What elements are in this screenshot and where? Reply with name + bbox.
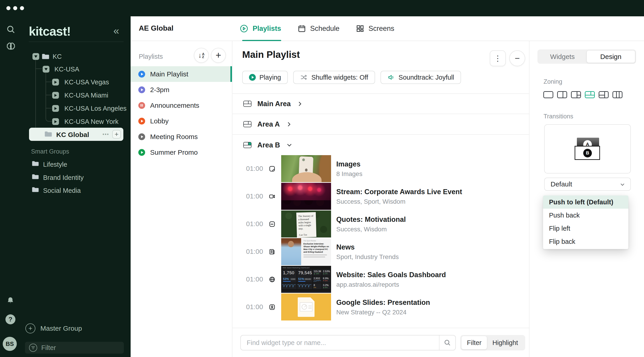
search-icon[interactable] xyxy=(6,24,16,34)
window-dot[interactable] xyxy=(20,6,24,10)
bell-icon[interactable] xyxy=(6,296,15,305)
playlist-item[interactable]: Summer Promo xyxy=(130,144,232,160)
widget-row-stream[interactable]: 01:00 Stream: Corporate Awards Live Even… xyxy=(232,183,530,210)
tab-screens[interactable]: Screens xyxy=(356,24,394,33)
tab-widgets[interactable]: Widgets xyxy=(538,50,587,63)
dropdown-option-push-to-left[interactable]: Push to left (Default) xyxy=(543,196,628,209)
zoning-option-right-split[interactable] xyxy=(571,91,581,98)
zoning-option-full[interactable] xyxy=(543,91,553,98)
chevron-right-icon[interactable] xyxy=(296,100,304,107)
playlist-item[interactable]: 2-3pm xyxy=(130,82,232,98)
window-controls[interactable] xyxy=(6,6,27,11)
duration-value: 01:00 xyxy=(246,303,263,311)
widget-thumbnail[interactable]: The Journey of a thousand miles begins w… xyxy=(281,210,331,238)
widget-subtitle: Sport, Industry Trends xyxy=(336,253,399,260)
content-topbar: AE Global Playlists Schedule Screens xyxy=(130,16,644,41)
page-title: AE Global xyxy=(139,24,174,32)
widget-subtitle: app.astralos.ai/reports xyxy=(336,281,446,288)
quote-author: -Lao Tzu xyxy=(299,233,314,236)
zoning-option-top-split-selected[interactable] xyxy=(585,91,595,98)
widget-title: News xyxy=(336,243,399,251)
chevron-down-icon[interactable] xyxy=(286,142,293,148)
dropdown-option-flip-left[interactable]: Flip left xyxy=(543,222,628,235)
widget-row-website[interactable]: 01:00 Web based Marketing Dashboard 1,75… xyxy=(232,266,530,293)
widget-thumbnail[interactable] xyxy=(281,294,331,320)
chevron-right-icon[interactable] xyxy=(286,121,292,128)
dropdown-option-flip-back[interactable]: Flip back xyxy=(543,235,628,248)
brain-icon[interactable] xyxy=(6,41,16,52)
playlist-item[interactable]: Main Playlist xyxy=(130,66,232,82)
window-dot[interactable] xyxy=(6,6,10,10)
widget-thumbnail[interactable] xyxy=(281,183,331,210)
playlist-item[interactable]: Lobby xyxy=(130,113,232,129)
playing-status-button[interactable]: Playing xyxy=(242,71,288,84)
soundtrack-button[interactable]: Soundtrack: Joyfull xyxy=(380,71,461,84)
shuffle-widgets-button[interactable]: Shuffle widgets: Off xyxy=(293,71,375,84)
collapse-sidebar-icon[interactable]: « xyxy=(114,26,119,36)
playlists-play-icon xyxy=(240,24,248,33)
play-badge-icon xyxy=(52,105,59,112)
widget-subtitle: 8 Images xyxy=(336,170,362,177)
duration-value: 01:00 xyxy=(246,192,263,200)
dropdown-option-push-back[interactable]: Push back xyxy=(543,209,628,222)
add-playlist-button[interactable]: + xyxy=(211,48,226,63)
playlist-detail: Main Playlist ⋮ − Playing Shuffle widget… xyxy=(232,41,530,357)
collapse-all-button[interactable]: − xyxy=(509,50,525,66)
transition-select[interactable]: Default xyxy=(544,178,631,191)
quotes-icon xyxy=(269,221,276,228)
zoning-option-two-columns[interactable] xyxy=(557,91,567,98)
avatar[interactable]: BS xyxy=(3,337,17,351)
collapse-arrow-icon[interactable] xyxy=(43,66,50,72)
news-icon xyxy=(269,248,276,255)
folder-icon xyxy=(32,160,39,166)
collapse-arrow-icon[interactable] xyxy=(32,53,39,60)
window-dot[interactable] xyxy=(13,6,17,10)
sort-playlists-button[interactable]: ↓ AZ xyxy=(194,48,209,63)
duration-value: 01:00 xyxy=(246,220,263,228)
divider xyxy=(232,328,530,328)
dashboard-title: Web based Marketing Dashboard xyxy=(282,267,310,269)
metric-value: 8 xyxy=(314,284,321,286)
widget-search xyxy=(240,335,456,350)
widget-row-quotes[interactable]: 01:00 The Journey of a thousand miles be… xyxy=(232,210,530,238)
search-icon[interactable] xyxy=(444,339,451,346)
area-row-b-expanded[interactable]: Area B xyxy=(232,135,530,155)
zoning-option-left-split[interactable] xyxy=(599,91,609,98)
playlist-item[interactable]: Announcements xyxy=(130,98,232,113)
mode-highlight[interactable]: Highlight xyxy=(487,336,523,349)
playlist-menu-button[interactable]: ⋮ xyxy=(490,50,506,66)
widget-thumbnail[interactable]: The Sport Review Exclusive interview: Sh… xyxy=(281,238,331,265)
mode-filter[interactable]: Filter xyxy=(462,336,487,349)
tree-connector xyxy=(46,82,52,82)
widget-subtitle: Success, Wisdom xyxy=(336,226,406,233)
playlist-item[interactable]: Meeting Rooms xyxy=(130,129,232,144)
widget-row-images[interactable]: 01:00 Images 8 Images xyxy=(232,155,530,182)
area-row-main[interactable]: Main Area xyxy=(232,94,530,114)
zoning-option-three-columns[interactable] xyxy=(612,91,622,98)
add-playlist-button[interactable]: + xyxy=(112,130,121,138)
panel-tabs: Widgets Design xyxy=(538,50,636,64)
help-icon[interactable]: ? xyxy=(6,314,16,324)
tab-playlists[interactable]: Playlists xyxy=(240,24,281,33)
more-options-icon[interactable]: ••• xyxy=(102,131,109,137)
tab-design[interactable]: Design xyxy=(587,50,636,63)
area-row-a[interactable]: Area A xyxy=(232,114,530,135)
tab-schedule[interactable]: Schedule xyxy=(298,24,340,33)
widget-row-google-slides[interactable]: 01:00 Google Slides: Presentation New St… xyxy=(232,294,530,320)
tree-item-kc-global-selected[interactable]: KC Global ••• + xyxy=(29,128,123,141)
sidebar-filter-input[interactable]: Filter xyxy=(25,342,124,354)
tree-connector xyxy=(46,95,52,95)
folder-icon xyxy=(32,174,39,180)
news-source: The Sport Review xyxy=(304,240,329,242)
divider xyxy=(439,336,440,350)
metric-value: 6.9% xyxy=(323,277,330,280)
widget-thumbnail[interactable] xyxy=(281,155,331,182)
chevron-down-icon xyxy=(620,182,626,188)
widget-search-input[interactable] xyxy=(241,336,436,350)
master-group-button[interactable]: + Master Group xyxy=(26,324,82,334)
tree-connector xyxy=(46,72,52,122)
widget-row-news[interactable]: 01:00 The Sport Review Exclusive intervi… xyxy=(232,238,530,265)
widget-thumbnail[interactable]: Web based Marketing Dashboard 1,750 53% … xyxy=(281,266,331,293)
app-logo: kitcast! xyxy=(29,24,71,38)
playlist-status-row: Playing Shuffle widgets: Off Soundtra xyxy=(242,71,461,84)
